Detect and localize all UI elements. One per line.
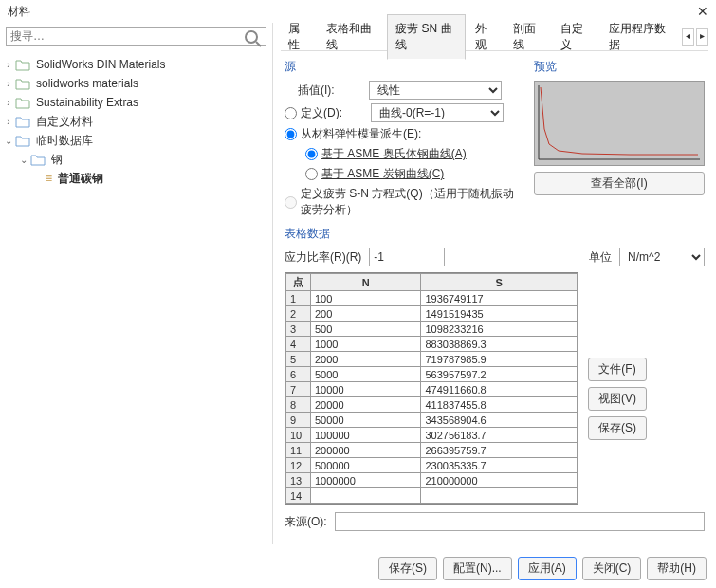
asme-austenitic-radio[interactable] xyxy=(305,148,318,160)
define-radio[interactable] xyxy=(285,107,297,119)
expand-icon[interactable]: › xyxy=(2,117,15,127)
equation-label: 定义疲劳 S-N 方程式(Q)（适用于随机振动疲劳分析） xyxy=(301,186,523,218)
window-title: 材料 xyxy=(8,4,30,20)
table-row[interactable]: 10100000302756183.7 xyxy=(286,428,578,443)
close-button[interactable]: 关闭(C) xyxy=(582,557,642,580)
material-tree[interactable]: ›SolidWorks DIN Materials ›solidworks ma… xyxy=(0,49,272,544)
asme-austenitic-label: 基于 ASME 奥氏体钢曲线(A) xyxy=(321,146,467,162)
config-button[interactable]: 配置(N)... xyxy=(443,557,512,580)
search-input[interactable] xyxy=(6,27,266,46)
tree-item[interactable]: 钢 xyxy=(51,152,63,168)
folder-icon xyxy=(15,115,30,128)
preview-legend: 预览 xyxy=(534,59,705,75)
define-select[interactable]: 曲线-0(R=-1) xyxy=(371,103,504,122)
source-legend: 源 xyxy=(285,59,523,75)
interp-select[interactable]: 线性 xyxy=(369,81,502,100)
folder-icon xyxy=(15,77,30,90)
tab-scroll-right[interactable]: ▸ xyxy=(696,28,708,46)
close-icon[interactable]: ✕ xyxy=(697,4,708,19)
table-row[interactable]: 35001098233216 xyxy=(286,322,578,337)
table-row[interactable]: 950000343568904.6 xyxy=(286,413,578,428)
ratio-label: 应力比率(R)(R) xyxy=(285,249,361,266)
table-row[interactable]: 710000474911660.8 xyxy=(286,382,578,397)
tree-item[interactable]: 临时数据库 xyxy=(36,133,93,149)
unit-label: 单位 xyxy=(589,249,612,266)
tab-bar: 属性 表格和曲线 疲劳 SN 曲线 外观 剖面线 自定义 应用程序数据 ◂ ▸ xyxy=(281,23,708,51)
col-s: S xyxy=(421,274,578,291)
apply-button[interactable]: 应用(A) xyxy=(518,557,577,580)
table-row[interactable]: 11001936749117 xyxy=(286,291,578,306)
col-n: N xyxy=(311,274,421,291)
tree-item[interactable]: Sustainability Extras xyxy=(36,96,138,109)
table-row[interactable]: 12500000230035335.7 xyxy=(286,458,578,473)
folder-icon xyxy=(30,153,46,166)
collapse-icon[interactable]: ⌄ xyxy=(2,136,15,146)
svg-point-0 xyxy=(246,31,257,43)
collapse-icon[interactable]: ⌄ xyxy=(17,155,30,165)
file-button[interactable]: 文件(F) xyxy=(588,358,647,381)
expand-icon[interactable]: › xyxy=(2,98,15,108)
table-row[interactable]: 11200000266395759.7 xyxy=(286,443,578,458)
asme-carbon-radio[interactable] xyxy=(305,168,318,180)
table-row[interactable]: 131000000210000000 xyxy=(286,473,578,488)
col-point: 点 xyxy=(286,274,311,291)
view-button[interactable]: 视图(V) xyxy=(588,387,647,411)
svg-rect-2 xyxy=(535,82,704,165)
folder-icon xyxy=(15,96,30,109)
expand-icon[interactable]: › xyxy=(2,79,15,89)
table-row[interactable]: 41000883038869.3 xyxy=(286,337,578,352)
unit-select[interactable]: N/m^2 xyxy=(619,248,705,266)
save-side-button[interactable]: 保存(S) xyxy=(588,416,647,440)
view-all-button[interactable]: 查看全部(I) xyxy=(534,172,705,195)
equation-radio xyxy=(285,196,297,209)
folder-icon xyxy=(15,58,30,71)
source-input[interactable] xyxy=(335,512,705,531)
tree-item-selected[interactable]: 普通碳钢 xyxy=(58,171,103,187)
table-legend: 表格数据 xyxy=(285,226,705,242)
table-row[interactable]: 22001491519435 xyxy=(286,306,578,322)
derive-radio[interactable] xyxy=(285,128,297,140)
table-row[interactable]: 52000719787985.9 xyxy=(286,352,578,367)
sn-data-grid[interactable]: 点 N S 1100193674911722001491519435350010… xyxy=(285,272,578,505)
ratio-input[interactable] xyxy=(369,248,445,266)
search-icon[interactable] xyxy=(244,29,263,48)
expand-icon[interactable]: › xyxy=(2,60,15,70)
material-icon: ≡ xyxy=(46,172,52,185)
tab-scroll-left[interactable]: ◂ xyxy=(682,28,694,46)
interp-label: 插值(I): xyxy=(298,83,335,99)
folder-icon xyxy=(15,134,30,147)
tree-item[interactable]: solidworks materials xyxy=(36,77,138,90)
source-label: 来源(O): xyxy=(285,514,327,530)
derive-label: 从材料弹性模量派生(E): xyxy=(301,126,421,142)
save-button[interactable]: 保存(S) xyxy=(378,557,437,580)
preview-plot xyxy=(534,81,705,166)
define-label: 定义(D): xyxy=(301,105,342,121)
asme-carbon-label: 基于 ASME 炭钢曲线(C) xyxy=(321,166,444,182)
tree-item[interactable]: 自定义材料 xyxy=(36,114,93,130)
table-row[interactable]: 65000563957597.2 xyxy=(286,367,578,382)
tree-item[interactable]: SolidWorks DIN Materials xyxy=(36,58,165,71)
table-row[interactable]: 820000411837455.8 xyxy=(286,397,578,413)
table-row[interactable]: 14 xyxy=(286,488,578,504)
help-button[interactable]: 帮助(H) xyxy=(647,557,707,580)
svg-line-1 xyxy=(256,42,261,46)
